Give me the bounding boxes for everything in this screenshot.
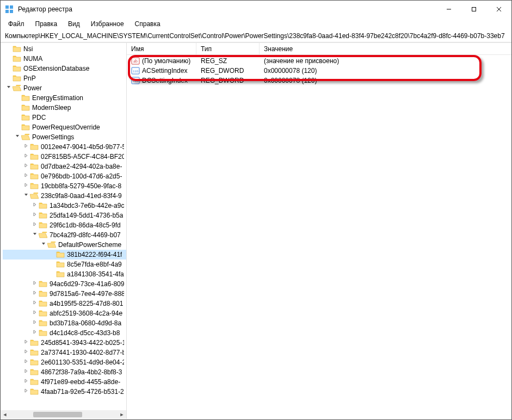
chevron-down-icon[interactable] bbox=[5, 83, 13, 93]
folder-icon bbox=[47, 241, 56, 249]
chevron-right-icon[interactable] bbox=[31, 308, 39, 318]
chevron-down-icon[interactable] bbox=[14, 132, 21, 142]
chevron-right-icon[interactable] bbox=[22, 338, 30, 348]
tree-node[interactable]: 9d7815a6-7ee4-497e-888 bbox=[3, 289, 126, 299]
value-name: ACSettingIndex bbox=[142, 67, 187, 75]
tree-node[interactable]: d4c1d4c8-d5cc-43d3-b8 bbox=[3, 328, 126, 338]
column-value[interactable]: Значение bbox=[260, 43, 511, 54]
tree-node[interactable]: bd3b718a-0680-4d9d-8a bbox=[3, 318, 126, 328]
chevron-down-icon[interactable] bbox=[40, 240, 47, 250]
chevron-right-icon[interactable] bbox=[22, 367, 30, 377]
main-split: NsiNUMAOSExtensionDatabasePnPPowerEnergy… bbox=[1, 42, 511, 419]
value-row[interactable]: ab(По умолчанию)REG_SZ(значение не присв… bbox=[127, 56, 511, 66]
scroll-thumb[interactable] bbox=[33, 412, 82, 417]
tree-node[interactable]: ModernSleep bbox=[3, 103, 126, 113]
tree-node[interactable]: 238c9fa8-0aad-41ed-83f4-9 bbox=[3, 191, 126, 201]
tree-node[interactable]: 0d7dbae2-4294-402a-ba8e- bbox=[3, 162, 126, 171]
tree-node[interactable]: 4f971e89-eebd-4455-a8de- bbox=[3, 377, 126, 387]
value-row[interactable]: 110ACSettingIndexREG_DWORD0x00000078 (12… bbox=[127, 66, 511, 76]
menu-view[interactable]: Вид bbox=[64, 19, 84, 29]
scroll-right-icon[interactable]: ► bbox=[118, 410, 126, 419]
folder-icon bbox=[30, 349, 39, 356]
tree-node[interactable]: PowerSettings bbox=[3, 132, 126, 142]
tree-node[interactable]: 8c5e7fda-e8bf-4a9 bbox=[3, 260, 126, 269]
tree-node[interactable]: 19cbb8fa-5279-450e-9fac-8 bbox=[3, 181, 126, 191]
menu-edit[interactable]: Правка bbox=[31, 19, 62, 29]
chevron-right-icon[interactable] bbox=[22, 181, 30, 191]
tree-node[interactable]: 25dfa149-5dd1-4736-b5a bbox=[3, 211, 126, 220]
tree-node[interactable]: 29f6c1db-86da-48c5-9fd bbox=[3, 220, 126, 230]
chevron-right-icon[interactable] bbox=[22, 162, 30, 171]
folder-icon bbox=[39, 280, 47, 288]
address-bar[interactable]: Компьютер\HKEY_LOCAL_MACHINE\SYSTEM\Curr… bbox=[1, 30, 511, 42]
tree-node[interactable]: 02F815B5-A5CF-4C84-BF20- bbox=[3, 152, 126, 162]
folder-icon bbox=[21, 104, 30, 112]
tree-node[interactable]: abfc2519-3608-4c2a-94e bbox=[3, 308, 126, 318]
tree-label: EnergyEstimation bbox=[32, 93, 83, 103]
chevron-right-icon[interactable] bbox=[31, 211, 39, 220]
tree-label: PDC bbox=[32, 113, 46, 122]
tree-label: 48672f38-7a9a-4bb2-8bf8-3 bbox=[41, 367, 122, 377]
chevron-right-icon[interactable] bbox=[22, 357, 30, 367]
tree-node[interactable]: 381b4222-f694-41f bbox=[3, 250, 126, 260]
chevron-right-icon[interactable] bbox=[31, 328, 39, 338]
chevron-right-icon[interactable] bbox=[31, 318, 39, 328]
chevron-down-icon[interactable] bbox=[22, 191, 30, 201]
tree-label: 02F815B5-A5CF-4C84-BF20- bbox=[41, 152, 124, 162]
tree-node[interactable]: 2a737441-1930-4402-8d77-b bbox=[3, 348, 126, 357]
tree-node[interactable]: Nsi bbox=[3, 44, 126, 54]
column-type[interactable]: Тип bbox=[196, 43, 260, 54]
tree-node[interactable]: 7bc4a2f9-d8fc-4469-b07 bbox=[3, 230, 126, 240]
tree-node[interactable]: 4faab71a-92e5-4726-b531-2 bbox=[3, 387, 126, 397]
chevron-down-icon[interactable] bbox=[31, 230, 39, 240]
tree-node[interactable]: DefaultPowerScheme bbox=[3, 240, 126, 250]
tree-label: ModernSleep bbox=[32, 103, 71, 113]
minimize-button[interactable] bbox=[436, 1, 461, 18]
tree-label: 4faab71a-92e5-4726-b531-2 bbox=[41, 387, 124, 397]
chevron-right-icon[interactable] bbox=[22, 387, 30, 397]
menu-help[interactable]: Справка bbox=[131, 19, 165, 29]
chevron-right-icon[interactable] bbox=[31, 279, 39, 289]
tree-node[interactable]: 2e601130-5351-4d9d-8e04-2 bbox=[3, 357, 126, 367]
tree-node[interactable]: 0012ee47-9041-4b5d-9b77-5 bbox=[3, 142, 126, 152]
tree-node[interactable]: Power bbox=[3, 83, 126, 93]
tree-node[interactable]: 48672f38-7a9a-4bb2-8bf8-3 bbox=[3, 367, 126, 377]
tree-node[interactable]: PowerRequestOverride bbox=[3, 122, 126, 132]
column-name[interactable]: Имя bbox=[127, 43, 196, 54]
registry-tree[interactable]: NsiNUMAOSExtensionDatabasePnPPowerEnergy… bbox=[1, 43, 126, 398]
tree-node[interactable]: 94ac6d29-73ce-41a6-809 bbox=[3, 279, 126, 289]
tree-label: 0e796bdb-100d-47d6-a2d5- bbox=[41, 171, 122, 181]
menu-favorites[interactable]: Избранное bbox=[87, 19, 128, 29]
maximize-button[interactable] bbox=[461, 1, 486, 18]
chevron-right-icon[interactable] bbox=[22, 142, 30, 152]
chevron-right-icon[interactable] bbox=[31, 299, 39, 308]
folder-icon bbox=[39, 221, 47, 229]
chevron-right-icon[interactable] bbox=[31, 289, 39, 299]
tree-label: d4c1d4c8-d5cc-43d3-b8 bbox=[50, 328, 120, 338]
close-button[interactable] bbox=[486, 1, 511, 18]
tree-node[interactable]: PDC bbox=[3, 113, 126, 122]
tree-node[interactable]: 0e796bdb-100d-47d6-a2d5- bbox=[3, 171, 126, 181]
tree-node[interactable]: OSExtensionDatabase bbox=[3, 64, 126, 73]
tree-node[interactable]: 1a34bdc3-7e6b-442e-a9c bbox=[3, 201, 126, 211]
chevron-right-icon[interactable] bbox=[22, 348, 30, 357]
tree-node[interactable]: a1841308-3541-4fa bbox=[3, 269, 126, 279]
tree-label: 8c5e7fda-e8bf-4a9 bbox=[67, 260, 122, 269]
menu-file[interactable]: Файл bbox=[4, 19, 29, 29]
values-list[interactable]: ab(По умолчанию)REG_SZ(значение не присв… bbox=[127, 55, 511, 85]
window-controls bbox=[436, 1, 511, 18]
chevron-right-icon[interactable] bbox=[22, 377, 30, 387]
tree-node[interactable]: 245d8541-3943-4422-b025-1 bbox=[3, 338, 126, 348]
tree-node[interactable]: a4b195f5-8225-47d8-801 bbox=[3, 299, 126, 308]
chevron-right-icon[interactable] bbox=[31, 201, 39, 211]
tree-horizontal-scrollbar[interactable]: ◄ ► bbox=[1, 410, 126, 419]
chevron-right-icon[interactable] bbox=[31, 220, 39, 230]
chevron-right-icon[interactable] bbox=[22, 171, 30, 181]
tree-node[interactable]: PnP bbox=[3, 73, 126, 83]
chevron-right-icon[interactable] bbox=[22, 152, 30, 162]
tree-node[interactable]: EnergyEstimation bbox=[3, 93, 126, 103]
scroll-left-icon[interactable]: ◄ bbox=[1, 410, 9, 419]
folder-icon bbox=[30, 192, 39, 200]
value-row[interactable]: 110DCSettingIndexREG_DWORD0x00000078 (12… bbox=[127, 76, 511, 85]
tree-node[interactable]: NUMA bbox=[3, 54, 126, 64]
